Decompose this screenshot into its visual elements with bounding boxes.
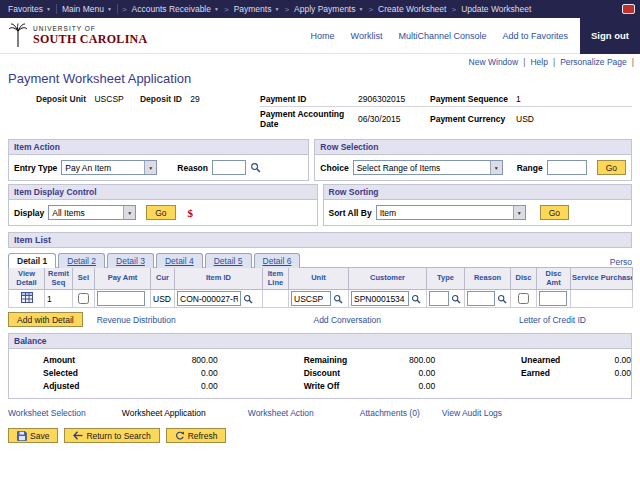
adjusted-label: Adjusted: [43, 381, 79, 391]
return-to-search-label: Return to Search: [86, 431, 150, 441]
item-display-go-button[interactable]: Go: [146, 205, 175, 220]
sort-all-by-value: Item: [377, 206, 400, 219]
return-to-search-button[interactable]: Return to Search: [64, 428, 159, 443]
palmetto-tree-icon: [8, 23, 28, 49]
amount-value: 800.00: [192, 355, 218, 365]
table-row: 1 USD: [9, 290, 633, 308]
breadcrumb-item-accounts-receivable[interactable]: Accounts Receivable ▼: [132, 4, 219, 14]
dropdown-arrow-icon: ▼: [513, 206, 525, 219]
tab-detail-6[interactable]: Detail 6: [254, 253, 301, 268]
save-button[interactable]: Save: [8, 428, 58, 443]
breadcrumb-favorites-label: Favorites: [8, 4, 43, 14]
type-lookup-icon[interactable]: [451, 294, 461, 304]
disc-amt-input[interactable]: [539, 291, 567, 306]
worksheet-action-link[interactable]: Worksheet Action: [248, 408, 314, 418]
sort-all-by-select[interactable]: Item ▼: [376, 205, 526, 220]
item-action-header: Item Action: [9, 140, 308, 155]
refresh-button[interactable]: Refresh: [166, 428, 227, 443]
toolbar: Save Return to Search Refresh: [8, 428, 632, 443]
tab-detail-4[interactable]: Detail 4: [156, 253, 203, 268]
item-id-lookup-icon[interactable]: [243, 294, 253, 304]
worksheet-selection-link[interactable]: Worksheet Selection: [8, 408, 86, 418]
discount-value: 0.00: [419, 368, 436, 378]
deposit-info: Deposit Unit USCSP Deposit ID 29: [8, 92, 260, 131]
breadcrumb-item-apply-payments[interactable]: Apply Payments ▼: [294, 4, 363, 14]
customer-lookup-icon[interactable]: [411, 294, 421, 304]
row-selection-groupbox: Row Selection Choice Select Range of Ite…: [314, 139, 632, 181]
add-to-favorites-link[interactable]: Add to Favorites: [502, 31, 568, 41]
add-with-detail-button[interactable]: Add with Detail: [8, 312, 83, 327]
range-input[interactable]: [547, 160, 587, 175]
breadcrumb-item-payments[interactable]: Payments ▼: [234, 4, 280, 14]
south-carolina-label: SOUTH CAROLINA: [33, 32, 148, 47]
sign-out-button[interactable]: Sign out: [580, 18, 640, 54]
new-window-link[interactable]: New Window: [469, 57, 519, 67]
reason-lookup-icon[interactable]: [250, 162, 261, 173]
breadcrumb-favorites[interactable]: Favorites ▼: [8, 4, 51, 14]
disc-checkbox[interactable]: [518, 293, 529, 304]
balance-header: Balance: [9, 334, 631, 349]
entry-type-select[interactable]: Pay An Item ▼: [61, 160, 157, 175]
unit-input[interactable]: [291, 291, 331, 306]
add-conversation-link[interactable]: Add Conversation: [313, 315, 381, 325]
breadcrumb-item-create-worksheet[interactable]: Create Worksheet: [378, 4, 446, 14]
breadcrumb-main-menu[interactable]: Main Menu ▼: [62, 4, 112, 14]
breadcrumb-separator: >: [122, 5, 127, 14]
breadcrumb-separator: >: [451, 5, 456, 14]
currency-conversion-icon[interactable]: $: [188, 207, 194, 219]
remit-seq-cell: 1: [45, 290, 73, 308]
worklist-link[interactable]: Worklist: [351, 31, 383, 41]
entry-type-label: Entry Type: [14, 163, 57, 173]
type-input[interactable]: [429, 291, 449, 306]
reason-input[interactable]: [212, 160, 246, 175]
select-checkbox[interactable]: [78, 293, 89, 304]
col-unit: Unit: [289, 268, 349, 290]
adjusted-value: 0.00: [201, 381, 218, 391]
revenue-distribution-link[interactable]: Revenue Distribution: [97, 315, 176, 325]
help-link[interactable]: Help: [530, 57, 547, 67]
banner-links: Home Worklist MultiChannel Console Add t…: [311, 31, 568, 41]
breadcrumb-item-update-worksheet[interactable]: Update Worksheet: [461, 4, 531, 14]
letter-of-credit-link[interactable]: Letter of Credit ID: [519, 315, 586, 325]
display-select[interactable]: All Items ▼: [48, 205, 136, 220]
personalize-page-link[interactable]: Personalize Page: [560, 57, 627, 67]
tab-detail-2[interactable]: Detail 2: [58, 253, 105, 268]
view-audit-logs-link[interactable]: View Audit Logs: [442, 408, 502, 418]
payment-worksheet-page: Favorites ▼ Main Menu ▼ > Accounts Recei…: [0, 0, 640, 480]
customer-input[interactable]: [351, 291, 409, 306]
attachments-link[interactable]: Attachments (0): [360, 408, 420, 418]
notification-icon[interactable]: [622, 4, 635, 14]
home-link[interactable]: Home: [311, 31, 335, 41]
pay-amt-input[interactable]: [97, 291, 145, 306]
item-id-input[interactable]: [177, 291, 241, 306]
col-remit-seq: Remit Seq: [45, 268, 73, 290]
unit-lookup-icon[interactable]: [333, 294, 343, 304]
payment-accounting-date-label: Payment Accounting Date: [260, 109, 358, 129]
multichannel-console-link[interactable]: MultiChannel Console: [398, 31, 486, 41]
row-sorting-body: Sort All By Item ▼ Go: [324, 200, 632, 225]
choice-select[interactable]: Select Range of Items ▼: [353, 160, 503, 175]
row-sorting-go-button[interactable]: Go: [540, 205, 569, 220]
choice-label: Choice: [320, 163, 348, 173]
reason-row-input[interactable]: [467, 291, 495, 306]
row-selection-go-button[interactable]: Go: [597, 160, 626, 175]
tab-detail-3[interactable]: Detail 3: [107, 253, 154, 268]
worksheet-application-current: Worksheet Application: [122, 408, 206, 418]
view-detail-icon[interactable]: [21, 292, 33, 303]
col-item-id: Item ID: [175, 268, 263, 290]
breadcrumb-item-label: Create Worksheet: [378, 4, 446, 14]
logo-text: UNIVERSITY OF SOUTH CAROLINA: [33, 25, 148, 47]
divider: [56, 4, 57, 14]
deposit-unit-value: USCSP: [94, 94, 123, 104]
payment-id-label: Payment ID: [260, 94, 358, 104]
choice-value: Select Range of Items: [354, 161, 444, 174]
reason-lookup-icon[interactable]: [497, 294, 507, 304]
tab-detail-5[interactable]: Detail 5: [205, 253, 252, 268]
page-links: New Window | Help | Personalize Page |: [0, 54, 640, 68]
deposit-unit-label: Deposit Unit: [36, 94, 86, 104]
tab-detail-1[interactable]: Detail 1: [8, 253, 56, 268]
dropdown-arrow-icon: ▼: [490, 161, 502, 174]
chevron-down-icon: ▼: [358, 6, 363, 12]
personalize-link[interactable]: Perso: [610, 257, 632, 267]
balance-body: Amount 800.00 Remaining 800.00 Unearned …: [9, 349, 631, 398]
